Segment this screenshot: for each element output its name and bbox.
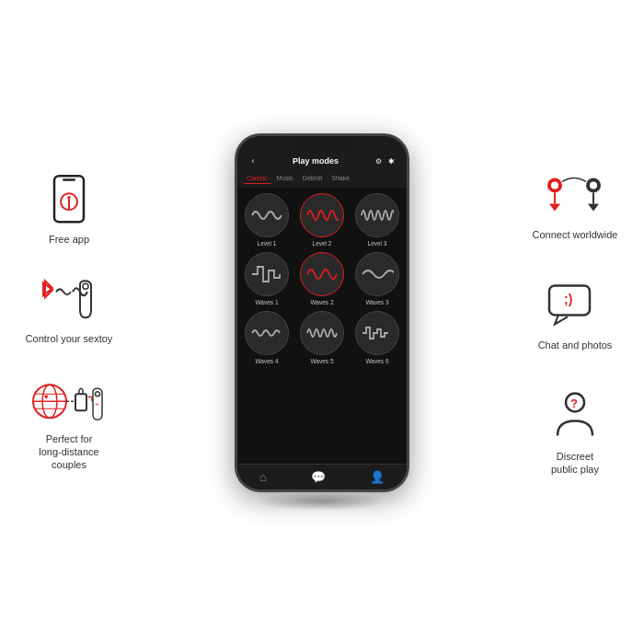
mode-level2[interactable]: Level 2 <box>297 193 347 247</box>
mode-waves3[interactable]: Waves 3 <box>352 252 402 305</box>
screen-content: Level 1 Level 2 <box>237 188 407 464</box>
screen-title: Play modes <box>259 156 372 166</box>
mode-waves4[interactable]: Waves 4 <box>242 311 292 364</box>
mode-label-waves3: Waves 3 <box>365 299 388 305</box>
svg-rect-3 <box>68 196 71 199</box>
control-label: Control your sextoy <box>26 333 113 346</box>
mode-circle-waves2[interactable] <box>300 252 344 296</box>
mode-circle-waves3[interactable] <box>355 252 399 296</box>
mode-label-level1: Level 1 <box>258 240 277 247</box>
nav-home-icon[interactable]: ⌂ <box>259 470 267 484</box>
phone-screen: ‹ Play modes ⚙ ✱ Classic Music Delimit S… <box>237 136 407 489</box>
chat-label: Chat and photos <box>538 339 613 352</box>
mode-circle-waves4[interactable] <box>245 311 289 355</box>
mode-label-waves4: Waves 4 <box>255 358 278 364</box>
back-icon[interactable]: ‹ <box>247 156 259 166</box>
chat-icon: ;) <box>546 279 604 334</box>
control-icon <box>32 272 106 328</box>
feature-control: Control your sextoy <box>18 272 120 346</box>
feature-connect: Connect worldwide <box>524 167 626 241</box>
tab-music[interactable]: Music <box>273 173 297 184</box>
svg-rect-13 <box>75 394 86 410</box>
phone-shadow <box>258 492 386 511</box>
discreet-icon: ? <box>550 389 600 444</box>
mode-waves6[interactable]: Waves 6 <box>352 311 402 364</box>
mode-label-waves2: Waves 2 <box>310 299 333 305</box>
free-app-icon <box>50 172 88 227</box>
svg-text:⌁: ⌁ <box>95 400 99 408</box>
svg-point-6 <box>83 284 88 290</box>
connect-label: Connect worldwide <box>533 228 618 241</box>
mode-grid: Level 1 Level 2 <box>242 193 402 364</box>
mode-label-waves1: Waves 1 <box>255 299 278 305</box>
svg-rect-1 <box>63 178 75 181</box>
mode-circle-level3[interactable] <box>355 193 399 237</box>
svg-text:?: ? <box>570 397 578 410</box>
tab-delimit[interactable]: Delimit <box>299 173 326 184</box>
screen-tabs: Classic Music Delimit Shake <box>237 171 407 188</box>
free-app-label: Free app <box>49 233 89 246</box>
tab-shake[interactable]: Shake <box>328 173 353 184</box>
bluetooth-icon[interactable]: ✱ <box>385 157 397 166</box>
feature-discreet: ? Discreet public play <box>524 389 626 477</box>
mode-circle-waves5[interactable] <box>300 311 344 355</box>
mode-level3[interactable]: Level 3 <box>352 193 402 247</box>
mode-label-level3: Level 3 <box>368 240 387 247</box>
feature-free-app: Free app <box>18 172 120 246</box>
mode-label-level2: Level 2 <box>313 240 332 247</box>
longdistance-label: Perfect for long-distance couples <box>39 432 98 472</box>
mode-label-waves5: Waves 5 <box>310 358 333 364</box>
right-features: Connect worldwide ;) Chat and photos <box>524 167 626 476</box>
mode-label-waves6: Waves 6 <box>365 358 388 364</box>
mode-waves1[interactable]: Waves 1 <box>242 252 292 305</box>
mode-circle-level2[interactable] <box>300 193 344 237</box>
svg-text:;): ;) <box>564 293 572 307</box>
feature-chat: ;) Chat and photos <box>524 279 626 352</box>
mode-waves2[interactable]: Waves 2 <box>297 252 347 305</box>
mode-circle-waves1[interactable] <box>245 252 289 296</box>
settings-icon[interactable]: ⚙ <box>372 157 385 166</box>
screen-bottom-nav: ⌂ 💬 👤 <box>237 464 407 489</box>
tab-classic[interactable]: Classic <box>243 173 271 184</box>
phone: ‹ Play modes ⚙ ✱ Classic Music Delimit S… <box>235 133 409 492</box>
phone-notch <box>294 136 350 153</box>
svg-point-20 <box>590 181 597 189</box>
svg-text:♥: ♥ <box>44 393 49 401</box>
svg-point-18 <box>551 181 558 189</box>
mode-level1[interactable]: Level 1 <box>242 193 292 247</box>
nav-chat-icon[interactable]: 💬 <box>311 470 326 484</box>
phone-wrapper: ‹ Play modes ⚙ ✱ Classic Music Delimit S… <box>235 133 409 511</box>
longdistance-icon: ♥ ⌁ <box>28 372 110 427</box>
main-container: Free app Control your sextoy <box>0 0 644 644</box>
mode-waves5[interactable]: Waves 5 <box>297 311 347 364</box>
discreet-label: Discreet public play <box>551 450 599 477</box>
connect-icon <box>538 167 612 223</box>
svg-point-15 <box>96 391 100 396</box>
feature-longdistance: ♥ ⌁ Perfect for long-distance couples <box>18 372 120 472</box>
mode-circle-waves6[interactable] <box>355 311 399 355</box>
left-features: Free app Control your sextoy <box>18 172 120 471</box>
nav-profile-icon[interactable]: 👤 <box>370 470 385 484</box>
svg-marker-5 <box>43 282 52 298</box>
mode-circle-level1[interactable] <box>245 193 289 237</box>
